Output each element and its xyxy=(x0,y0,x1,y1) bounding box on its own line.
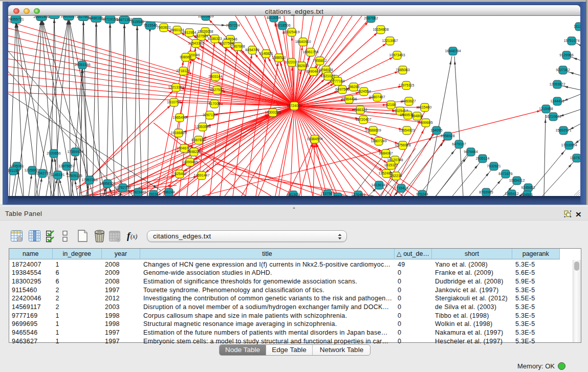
svg-text:17975115: 17975115 xyxy=(399,83,415,87)
svg-text:10958107: 10958107 xyxy=(99,182,115,185)
svg-text:10654112: 10654112 xyxy=(509,179,525,182)
svg-text:12342737: 12342737 xyxy=(34,171,50,175)
svg-text:2718126: 2718126 xyxy=(176,69,190,73)
svg-text:252214: 252214 xyxy=(390,174,402,178)
svg-text:1588520: 1588520 xyxy=(272,56,286,59)
svg-text:6479197: 6479197 xyxy=(452,142,466,146)
svg-text:10653267: 10653267 xyxy=(60,16,76,18)
svg-text:1065412: 1065412 xyxy=(505,192,518,195)
svg-text:20364436: 20364436 xyxy=(341,97,357,101)
svg-text:9527509: 9527509 xyxy=(194,34,208,38)
svg-text:17016504: 17016504 xyxy=(561,143,577,147)
svg-text:7485063: 7485063 xyxy=(396,68,409,72)
svg-text:10688609: 10688609 xyxy=(365,128,381,132)
svg-text:2935114: 2935114 xyxy=(476,157,490,160)
svg-text:14099485: 14099485 xyxy=(182,160,198,164)
svg-text:1527602: 1527602 xyxy=(76,16,90,18)
svg-text:8471676: 8471676 xyxy=(498,172,512,176)
svg-text:1167531: 1167531 xyxy=(570,156,580,160)
svg-text:976244: 976244 xyxy=(416,192,428,196)
svg-text:7986322: 7986322 xyxy=(353,108,367,112)
svg-text:16961758: 16961758 xyxy=(302,50,318,54)
svg-text:62160: 62160 xyxy=(386,103,396,106)
svg-text:16782759: 16782759 xyxy=(115,186,130,189)
svg-text:16053809: 16053809 xyxy=(198,16,213,18)
svg-text:13975657: 13975657 xyxy=(58,164,74,168)
svg-text:10756928: 10756928 xyxy=(395,143,410,147)
svg-text:1615112: 1615112 xyxy=(384,163,398,167)
svg-text:391159: 391159 xyxy=(8,169,19,172)
svg-text:9684067: 9684067 xyxy=(379,151,393,155)
svg-text:19384554: 19384554 xyxy=(307,137,322,141)
svg-text:13325419: 13325419 xyxy=(284,30,299,34)
svg-text:15692971: 15692971 xyxy=(555,128,571,132)
svg-text:16648784: 16648784 xyxy=(445,49,461,53)
svg-text:7515546: 7515546 xyxy=(143,24,157,27)
svg-text:17359924: 17359924 xyxy=(67,150,83,154)
svg-text:964804: 964804 xyxy=(411,114,423,118)
svg-text:7632621: 7632621 xyxy=(487,164,500,168)
svg-text:8813054: 8813054 xyxy=(267,16,280,19)
svg-text:12213383: 12213383 xyxy=(168,85,184,89)
svg-text:1145191: 1145191 xyxy=(51,173,65,177)
svg-text:1610755: 1610755 xyxy=(167,100,181,104)
svg-text:8186323: 8186323 xyxy=(208,37,222,40)
svg-text:16154808: 16154808 xyxy=(373,28,388,31)
svg-text:9129966: 9129966 xyxy=(559,53,573,57)
svg-text:2020656: 2020656 xyxy=(47,151,60,155)
svg-text:7955812: 7955812 xyxy=(313,59,326,62)
svg-text:18724007: 18724007 xyxy=(286,104,302,107)
svg-text:1965493: 1965493 xyxy=(172,116,186,119)
svg-text:7625402: 7625402 xyxy=(172,172,186,176)
svg-text:9227342: 9227342 xyxy=(556,68,570,72)
svg-text:24055721: 24055721 xyxy=(8,17,24,21)
svg-text:9146821: 9146821 xyxy=(259,52,273,55)
svg-text:8958928: 8958928 xyxy=(441,134,454,138)
svg-text:8367834: 8367834 xyxy=(191,138,205,142)
svg-text:9245652: 9245652 xyxy=(521,186,535,189)
svg-text:18640910: 18640910 xyxy=(295,40,311,43)
svg-text:1292344: 1292344 xyxy=(146,192,160,196)
svg-text:14691447: 14691447 xyxy=(193,173,209,177)
svg-text:18807249: 18807249 xyxy=(371,139,386,143)
svg-text:13353594: 13353594 xyxy=(194,125,210,128)
svg-text:2803144: 2803144 xyxy=(208,75,222,78)
svg-text:9474444: 9474444 xyxy=(464,150,477,154)
svg-text:417006: 417006 xyxy=(208,102,220,105)
svg-text:17957253: 17957253 xyxy=(81,178,97,182)
svg-text:6794028: 6794028 xyxy=(319,68,333,72)
svg-text:12213967: 12213967 xyxy=(382,39,398,42)
svg-text:7515546: 7515546 xyxy=(130,20,144,24)
svg-text:881305: 881305 xyxy=(287,193,299,196)
svg-text:10807487: 10807487 xyxy=(369,95,385,99)
svg-text:908961: 908961 xyxy=(180,55,191,59)
svg-text:12923446: 12923446 xyxy=(130,190,146,194)
svg-text:19218506: 19218506 xyxy=(274,24,290,27)
svg-text:19166825: 19166825 xyxy=(170,131,186,135)
svg-text:15720407: 15720407 xyxy=(355,118,371,121)
svg-text:9777169: 9777169 xyxy=(331,79,344,83)
svg-text:2367608: 2367608 xyxy=(231,45,245,48)
svg-text:746266: 746266 xyxy=(347,85,359,89)
svg-text:1376463: 1376463 xyxy=(351,193,365,196)
svg-text:1903719: 1903719 xyxy=(47,16,61,16)
svg-text:15751074: 15751074 xyxy=(563,39,579,42)
svg-text:8322037: 8322037 xyxy=(285,60,298,64)
svg-text:8912954: 8912954 xyxy=(182,31,196,34)
svg-text:8990448: 8990448 xyxy=(306,70,320,73)
svg-text:3498222: 3498222 xyxy=(187,150,201,154)
svg-text:924501: 924501 xyxy=(521,193,533,196)
svg-text:14136141: 14136141 xyxy=(371,183,387,187)
svg-text:10719155: 10719155 xyxy=(102,17,118,21)
svg-text:164095: 164095 xyxy=(430,128,442,132)
svg-text:9463627: 9463627 xyxy=(402,99,416,103)
svg-text:10973493: 10973493 xyxy=(389,53,405,57)
svg-text:2087682: 2087682 xyxy=(364,16,378,20)
svg-text:18300295: 18300295 xyxy=(265,111,280,114)
svg-text:12093872: 12093872 xyxy=(549,82,565,86)
svg-text:16210643: 16210643 xyxy=(545,115,561,118)
svg-text:1733416: 1733416 xyxy=(394,186,408,190)
svg-text:8427512: 8427512 xyxy=(210,88,224,92)
svg-text:6466160: 6466160 xyxy=(89,16,103,20)
svg-text:7663822: 7663822 xyxy=(157,26,170,29)
